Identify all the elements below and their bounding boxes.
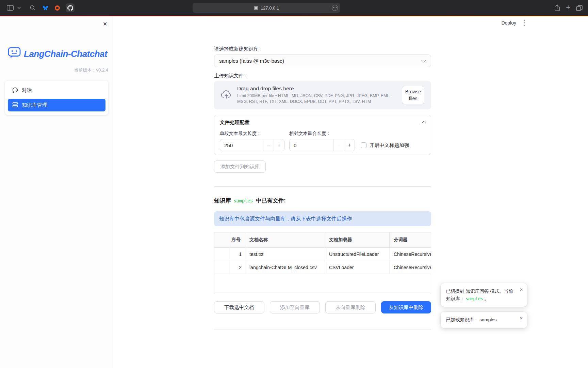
row-select-cell[interactable] (214, 261, 230, 274)
table-action-buttons: 下载选中文档 添加至向量库 从向量库删除 从知识库中删除 (214, 301, 431, 313)
sidebar-toggle-icon[interactable] (7, 5, 14, 11)
table-row[interactable]: 2 langchain-ChatGLM_closed.csv CSVLoader… (214, 261, 431, 274)
site-favicon-icon (254, 6, 258, 10)
chinese-title-checkbox-label: 开启中文标题加强 (370, 142, 409, 149)
cloud-upload-icon (221, 90, 232, 101)
sidebar-item-label: 知识库管理 (22, 102, 47, 108)
info-alert: 知识库中包含源文件与向量库，请从下表中选择文件后操作 (214, 211, 431, 226)
section-suffix: 中已有文件: (256, 197, 285, 204)
logo-text: LangChain-Chatchat (24, 49, 107, 59)
chinese-title-checkbox-group: 开启中文标题加强 (361, 142, 409, 149)
table-header-splitter[interactable]: 分词器 (390, 232, 431, 247)
chunk-minus-button[interactable]: − (263, 139, 274, 151)
sidebar-item-knowledge-base[interactable]: 知识库管理 (8, 99, 105, 111)
dropzone-title: Drag and drop files here (237, 86, 401, 92)
url-text: 127.0.0.1 (261, 5, 279, 11)
chunk-size-label: 单段文本最大长度： (220, 130, 284, 137)
table-row[interactable]: 1 test.txt UnstructuredFileLoader Chines… (214, 248, 431, 261)
chevron-up-icon (422, 121, 426, 125)
sidebar-item-dialogue[interactable]: 对话 (8, 84, 105, 97)
chinese-title-checkbox[interactable] (361, 142, 366, 148)
main-content: 请选择或新建知识库： samples (faiss @ m3e-base) 上传… (214, 16, 431, 368)
divider (214, 186, 431, 187)
cell-no: 1 (230, 248, 245, 261)
table-header-loader[interactable]: 文档加载器 (325, 232, 390, 247)
file-config-expander: 文件处理配置 单段文本最大长度： 250 − + 相邻文本重合长度： 0 (214, 115, 431, 155)
address-bar[interactable]: 127.0.0.1 ⋯ (193, 3, 340, 13)
toast-tail: 。 (484, 296, 489, 301)
table-header-no[interactable]: 序号 (230, 232, 245, 247)
toast-text: 已加载知识库： samples (446, 317, 497, 322)
sidebar-menu: 对话 知识库管理 (5, 81, 108, 115)
overlap-size-label: 相邻文本重合长度： (289, 130, 355, 137)
expander-title: 文件处理配置 (220, 119, 249, 126)
cell-splitter: ChineseRecursiveT (390, 248, 431, 261)
upload-label: 上传知识文件： (214, 72, 249, 79)
version-label: 当前版本：v0.2.4 (74, 67, 108, 73)
browse-files-button[interactable]: Browse files (402, 86, 424, 105)
kb-select-label: 请选择或新建知识库： (214, 45, 263, 52)
download-selected-button[interactable]: 下载选中文档 (214, 301, 264, 313)
kb-files-section-title: 知识库 samples 中已有文件: (214, 197, 285, 204)
browser-chrome: 127.0.0.1 ⋯ + (0, 0, 588, 16)
cell-loader: UnstructuredFileLoader (325, 248, 390, 261)
logo-chat-icon (8, 47, 21, 61)
add-to-vectorstore-button[interactable]: 添加至向量库 (270, 301, 320, 313)
search-icon[interactable] (30, 5, 35, 11)
chunk-size-value: 250 (220, 139, 263, 151)
info-text: 知识库中包含源文件与向量库，请从下表中选择文件后操作 (219, 216, 352, 222)
divider (214, 329, 431, 329)
overlap-size-value: 0 (290, 139, 333, 151)
kb-select-value: samples (faiss @ m3e-base) (219, 58, 284, 64)
sidebar: ✕ LangChain-Chatchat 当前版本：v0.2.4 对话 知识库管… (0, 16, 113, 368)
app-window: ✕ LangChain-Chatchat 当前版本：v0.2.4 对话 知识库管… (0, 16, 588, 368)
cell-splitter: ChineseRecursiveT (390, 261, 431, 274)
pinned-tab-bluesky-icon[interactable] (43, 5, 48, 11)
knowledge-base-icon (12, 102, 18, 109)
overlap-plus-button[interactable]: + (344, 139, 355, 151)
delete-from-vectorstore-button[interactable]: 从向量库删除 (325, 301, 376, 313)
sidebar-item-label: 对话 (22, 87, 32, 94)
overlap-minus-button[interactable]: − (333, 139, 344, 151)
app-logo: LangChain-Chatchat (8, 47, 107, 61)
overlap-size-input[interactable]: 0 − + (289, 139, 355, 151)
toast-close-icon[interactable]: ✕ (520, 315, 523, 322)
deploy-button[interactable]: Deploy (501, 20, 516, 26)
toast-kb-code: samples (466, 296, 483, 301)
kb-files-table[interactable]: 序号 文档名称 文档加载器 分词器 1 test.txt Unstructure… (214, 232, 431, 294)
kb-name-code: samples (234, 198, 253, 203)
row-select-cell[interactable] (214, 248, 230, 261)
kb-select[interactable]: samples (faiss @ m3e-base) (214, 55, 431, 67)
toast-close-icon[interactable]: ✕ (520, 287, 523, 293)
pinned-tab-github-icon[interactable] (66, 3, 75, 12)
cell-loader: CSVLoader (325, 261, 390, 274)
table-header-row: 序号 文档名称 文档加载器 分词器 (214, 232, 431, 248)
new-tab-icon[interactable]: + (566, 4, 570, 11)
table-header-name[interactable]: 文档名称 (245, 232, 325, 247)
cell-name: test.txt (245, 248, 325, 261)
pinned-tab-orange-icon[interactable] (55, 5, 60, 11)
tab-overview-icon[interactable] (576, 5, 583, 11)
chunk-size-input[interactable]: 250 − + (220, 139, 284, 151)
cell-no: 2 (230, 261, 245, 274)
sidebar-chevron-icon[interactable] (17, 7, 21, 9)
chevron-down-icon (422, 58, 426, 63)
file-uploader-dropzone[interactable]: Drag and drop files here Limit 200MB per… (214, 81, 431, 109)
expander-header[interactable]: 文件处理配置 (214, 115, 431, 129)
add-files-button[interactable]: 添加文件到知识库 (214, 160, 266, 173)
page-settings-icon[interactable]: ⋯ (332, 5, 338, 11)
toast-mode-switched: 已切换到 知识库问答 模式。当前知识库： samples 。 ✕ (441, 283, 527, 307)
toast-kb-loaded: 已加载知识库： samples ✕ (441, 312, 527, 328)
chunk-plus-button[interactable]: + (274, 139, 284, 151)
dropzone-limit-text: Limit 200MB per file • HTML, MD, JSON, C… (237, 93, 401, 104)
delete-from-kb-button[interactable]: 从知识库中删除 (381, 301, 431, 313)
chat-bubble-icon (12, 87, 18, 94)
section-prefix: 知识库 (214, 197, 231, 204)
table-header-index (214, 232, 230, 247)
share-icon[interactable] (554, 4, 560, 11)
main-menu-kebab-icon[interactable]: ⋮ (522, 20, 528, 26)
sidebar-close-icon[interactable]: ✕ (103, 21, 107, 27)
cell-name: langchain-ChatGLM_closed.csv (245, 261, 325, 274)
